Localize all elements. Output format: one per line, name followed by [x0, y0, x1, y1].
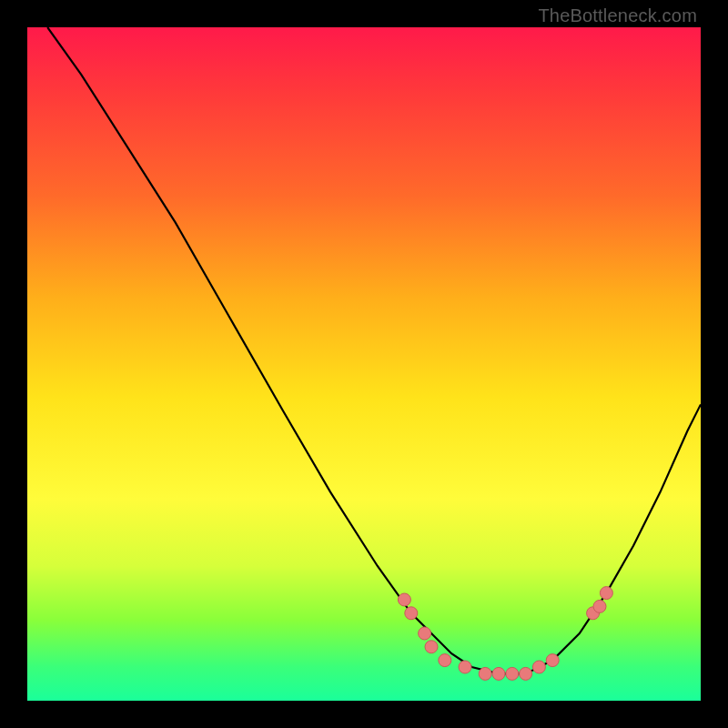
curve-marker — [520, 667, 532, 680]
curve-marker — [439, 654, 451, 667]
curve-marker — [419, 627, 431, 640]
curve-marker — [546, 654, 559, 667]
curve-marker — [459, 661, 471, 673]
curve-marker — [479, 667, 491, 680]
attribution-label: TheBottleneck.com — [538, 5, 697, 26]
curve-marker — [600, 587, 612, 600]
curve-marker — [398, 593, 410, 606]
chart-frame: TheBottleneck.com — [0, 0, 728, 728]
bottleneck-curve — [47, 27, 701, 673]
curve-marker — [506, 667, 519, 680]
curve-marker — [593, 600, 606, 612]
curve-marker — [532, 661, 545, 673]
curve-marker — [425, 641, 438, 653]
curve-marker — [492, 667, 505, 680]
plot-area — [27, 27, 701, 701]
curve-marker — [405, 607, 418, 620]
chart-svg — [27, 27, 701, 701]
